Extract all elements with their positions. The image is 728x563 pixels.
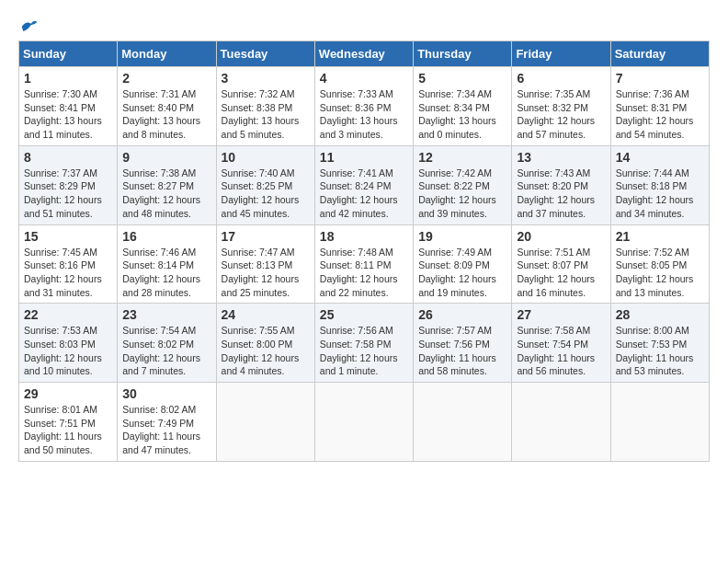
day-number: 6	[517, 71, 605, 86]
calendar-cell: 30 Sunrise: 8:02 AM Sunset: 7:49 PM Dayl…	[118, 383, 216, 462]
day-info: Sunrise: 7:53 AM Sunset: 8:03 PM Dayligh…	[24, 324, 112, 378]
day-info: Sunrise: 7:30 AM Sunset: 8:41 PM Dayligh…	[24, 87, 112, 142]
calendar-cell: 5 Sunrise: 7:34 AM Sunset: 8:34 PM Dayli…	[414, 67, 512, 146]
calendar-cell: 15 Sunrise: 7:45 AM Sunset: 8:16 PM Dayl…	[19, 224, 118, 304]
page-header	[18, 18, 710, 31]
calendar-cell: 28 Sunrise: 8:00 AM Sunset: 7:53 PM Dayl…	[610, 304, 709, 383]
calendar-cell	[414, 383, 512, 462]
calendar-cell: 2 Sunrise: 7:31 AM Sunset: 8:40 PM Dayli…	[118, 67, 216, 146]
day-info: Sunrise: 8:00 AM Sunset: 7:53 PM Dayligh…	[616, 324, 704, 378]
calendar-cell: 22 Sunrise: 7:53 AM Sunset: 8:03 PM Dayl…	[19, 304, 118, 383]
calendar-cell: 10 Sunrise: 7:40 AM Sunset: 8:25 PM Dayl…	[216, 145, 314, 224]
weekday-header-monday: Monday	[118, 41, 216, 67]
day-info: Sunrise: 7:51 AM Sunset: 8:07 PM Dayligh…	[517, 246, 605, 300]
calendar-cell: 4 Sunrise: 7:33 AM Sunset: 8:36 PM Dayli…	[314, 67, 413, 146]
day-number: 7	[616, 71, 704, 86]
calendar-cell: 16 Sunrise: 7:46 AM Sunset: 8:14 PM Dayl…	[118, 224, 216, 304]
day-number: 1	[24, 71, 112, 86]
day-info: Sunrise: 7:31 AM Sunset: 8:40 PM Dayligh…	[122, 87, 210, 142]
day-info: Sunrise: 7:49 AM Sunset: 8:09 PM Dayligh…	[418, 246, 506, 300]
calendar-table: SundayMondayTuesdayWednesdayThursdayFrid…	[18, 40, 710, 462]
day-number: 26	[418, 307, 506, 322]
day-info: Sunrise: 7:48 AM Sunset: 8:11 PM Dayligh…	[320, 246, 408, 300]
calendar-cell: 17 Sunrise: 7:47 AM Sunset: 8:13 PM Dayl…	[216, 224, 314, 304]
day-number: 29	[24, 386, 112, 401]
day-number: 2	[122, 71, 210, 86]
calendar-cell: 20 Sunrise: 7:51 AM Sunset: 8:07 PM Dayl…	[512, 224, 610, 304]
day-info: Sunrise: 7:45 AM Sunset: 8:16 PM Dayligh…	[24, 246, 112, 300]
logo	[18, 18, 39, 31]
weekday-header-sunday: Sunday	[19, 41, 118, 67]
day-number: 14	[616, 150, 704, 165]
calendar-cell: 19 Sunrise: 7:49 AM Sunset: 8:09 PM Dayl…	[414, 224, 512, 304]
day-number: 22	[24, 307, 112, 322]
calendar-cell	[512, 383, 610, 462]
logo-bird-icon	[20, 18, 39, 35]
weekday-header-tuesday: Tuesday	[216, 41, 314, 67]
calendar-cell: 23 Sunrise: 7:54 AM Sunset: 8:02 PM Dayl…	[118, 304, 216, 383]
day-info: Sunrise: 7:37 AM Sunset: 8:29 PM Dayligh…	[24, 167, 112, 221]
calendar-cell: 18 Sunrise: 7:48 AM Sunset: 8:11 PM Dayl…	[314, 224, 413, 304]
day-info: Sunrise: 7:42 AM Sunset: 8:22 PM Dayligh…	[418, 167, 506, 221]
day-info: Sunrise: 7:54 AM Sunset: 8:02 PM Dayligh…	[122, 324, 210, 378]
day-info: Sunrise: 7:47 AM Sunset: 8:13 PM Dayligh…	[222, 246, 310, 300]
calendar-cell: 13 Sunrise: 7:43 AM Sunset: 8:20 PM Dayl…	[512, 145, 610, 224]
day-number: 11	[320, 150, 408, 165]
calendar-cell	[216, 383, 314, 462]
calendar-cell	[610, 383, 709, 462]
day-number: 4	[320, 71, 408, 86]
day-info: Sunrise: 7:36 AM Sunset: 8:31 PM Dayligh…	[616, 87, 704, 142]
day-info: Sunrise: 7:57 AM Sunset: 7:56 PM Dayligh…	[418, 324, 506, 378]
calendar-cell: 6 Sunrise: 7:35 AM Sunset: 8:32 PM Dayli…	[512, 67, 610, 146]
day-info: Sunrise: 8:01 AM Sunset: 7:51 PM Dayligh…	[24, 403, 112, 457]
day-number: 28	[616, 307, 704, 322]
calendar-cell: 26 Sunrise: 7:57 AM Sunset: 7:56 PM Dayl…	[414, 304, 512, 383]
day-number: 3	[222, 71, 310, 86]
day-number: 21	[616, 229, 704, 244]
day-info: Sunrise: 7:44 AM Sunset: 8:18 PM Dayligh…	[616, 167, 704, 221]
calendar-cell: 25 Sunrise: 7:56 AM Sunset: 7:58 PM Dayl…	[314, 304, 413, 383]
day-number: 20	[517, 229, 605, 244]
day-info: Sunrise: 7:41 AM Sunset: 8:24 PM Dayligh…	[320, 167, 408, 221]
weekday-header-friday: Friday	[512, 41, 610, 67]
day-number: 23	[122, 307, 210, 322]
day-number: 12	[418, 150, 506, 165]
day-number: 24	[222, 307, 310, 322]
weekday-header-wednesday: Wednesday	[314, 41, 413, 67]
day-info: Sunrise: 7:52 AM Sunset: 8:05 PM Dayligh…	[616, 246, 704, 300]
calendar-cell: 1 Sunrise: 7:30 AM Sunset: 8:41 PM Dayli…	[19, 67, 118, 146]
calendar-cell: 7 Sunrise: 7:36 AM Sunset: 8:31 PM Dayli…	[610, 67, 709, 146]
calendar-cell: 24 Sunrise: 7:55 AM Sunset: 8:00 PM Dayl…	[216, 304, 314, 383]
day-number: 5	[418, 71, 506, 86]
day-info: Sunrise: 7:33 AM Sunset: 8:36 PM Dayligh…	[320, 87, 408, 142]
day-info: Sunrise: 7:35 AM Sunset: 8:32 PM Dayligh…	[517, 87, 605, 142]
day-number: 13	[517, 150, 605, 165]
day-number: 17	[222, 229, 310, 244]
weekday-header-saturday: Saturday	[610, 41, 709, 67]
calendar-cell: 9 Sunrise: 7:38 AM Sunset: 8:27 PM Dayli…	[118, 145, 216, 224]
calendar-cell: 27 Sunrise: 7:58 AM Sunset: 7:54 PM Dayl…	[512, 304, 610, 383]
calendar-cell: 29 Sunrise: 8:01 AM Sunset: 7:51 PM Dayl…	[19, 383, 118, 462]
calendar-cell	[314, 383, 413, 462]
day-number: 9	[122, 150, 210, 165]
calendar-cell: 3 Sunrise: 7:32 AM Sunset: 8:38 PM Dayli…	[216, 67, 314, 146]
day-info: Sunrise: 7:55 AM Sunset: 8:00 PM Dayligh…	[222, 324, 310, 378]
day-info: Sunrise: 7:56 AM Sunset: 7:58 PM Dayligh…	[320, 324, 408, 378]
calendar-cell: 11 Sunrise: 7:41 AM Sunset: 8:24 PM Dayl…	[314, 145, 413, 224]
weekday-header-thursday: Thursday	[414, 41, 512, 67]
calendar-cell: 8 Sunrise: 7:37 AM Sunset: 8:29 PM Dayli…	[19, 145, 118, 224]
day-number: 18	[320, 229, 408, 244]
day-number: 30	[122, 386, 210, 401]
day-info: Sunrise: 7:40 AM Sunset: 8:25 PM Dayligh…	[222, 167, 310, 221]
day-info: Sunrise: 7:43 AM Sunset: 8:20 PM Dayligh…	[517, 167, 605, 221]
day-info: Sunrise: 7:34 AM Sunset: 8:34 PM Dayligh…	[418, 87, 506, 142]
calendar-cell: 12 Sunrise: 7:42 AM Sunset: 8:22 PM Dayl…	[414, 145, 512, 224]
day-number: 8	[24, 150, 112, 165]
day-info: Sunrise: 7:38 AM Sunset: 8:27 PM Dayligh…	[122, 167, 210, 221]
calendar-cell: 21 Sunrise: 7:52 AM Sunset: 8:05 PM Dayl…	[610, 224, 709, 304]
day-number: 15	[24, 229, 112, 244]
calendar-cell: 14 Sunrise: 7:44 AM Sunset: 8:18 PM Dayl…	[610, 145, 709, 224]
day-info: Sunrise: 7:46 AM Sunset: 8:14 PM Dayligh…	[122, 246, 210, 300]
day-number: 27	[517, 307, 605, 322]
day-number: 16	[122, 229, 210, 244]
